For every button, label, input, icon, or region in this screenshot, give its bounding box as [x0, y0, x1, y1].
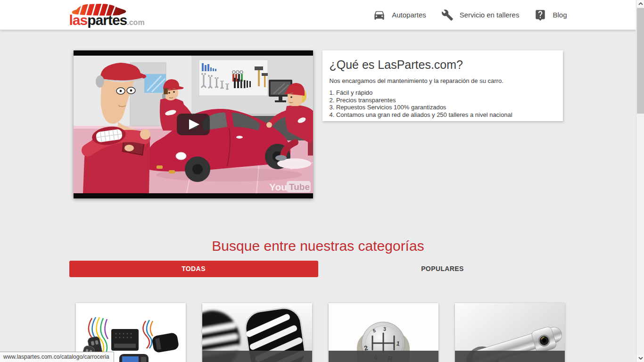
main-nav: Autopartes Servicio en talleres Blog [373, 8, 567, 21]
category-card-door-handle[interactable] [455, 303, 565, 362]
main-content: You Tube ¿Qué es LasPartes.com? Nos enca… [69, 30, 567, 362]
categories-title: Busque entre nuestras categorías [69, 238, 567, 254]
car-icon [373, 8, 386, 21]
about-list-item: 2. Precios transparentes [330, 97, 556, 104]
help-bubble-icon [534, 9, 546, 21]
category-image-door-handle [455, 303, 565, 362]
card-caption-bar [455, 351, 565, 362]
video-scene: You Tube [74, 50, 313, 198]
nav-label: Blog [553, 11, 567, 19]
svg-text:Tube: Tube [289, 182, 310, 192]
nav-label: Autopartes [392, 11, 426, 19]
svg-text:3: 3 [383, 327, 386, 332]
category-cards: 5 3 1 2 4 R [76, 303, 567, 362]
category-card-air-vents[interactable] [202, 303, 312, 362]
chevron-up-icon [638, 2, 643, 5]
wrench-icon [441, 9, 454, 21]
about-title: ¿Qué es LasPartes.com? [330, 58, 556, 72]
site-header: laspartes.com Autopartes Servicio en tal… [0, 0, 636, 30]
nav-servicio-talleres[interactable]: Servicio en talleres [441, 9, 520, 21]
tab-todas[interactable]: TODAS [69, 261, 318, 277]
svg-text:You: You [269, 181, 287, 192]
card-caption-bar [329, 351, 438, 362]
about-list-item: 3. Repuestos Servicios 100% garantizados [330, 104, 556, 111]
logo-text: laspartes.com [69, 13, 145, 27]
play-button[interactable] [177, 114, 210, 135]
category-image-gear-shift-knob: 5 3 1 2 4 R [329, 303, 438, 362]
scroll-up-button[interactable] [636, 0, 644, 7]
scroll-down-button[interactable] [636, 355, 644, 362]
browser-viewport: laspartes.com Autopartes Servicio en tal… [0, 0, 636, 362]
tab-populares[interactable]: POPULARES [318, 261, 567, 277]
scrollbar-thumb[interactable] [637, 8, 644, 114]
category-card-gear-knob[interactable]: 5 3 1 2 4 R [329, 303, 438, 362]
about-card: ¿Qué es LasPartes.com? Nos encargamos de… [322, 50, 563, 121]
about-list-item: 1. Fácil y rápido [330, 89, 556, 97]
status-bar-link-preview: www.laspartes.com.co/catalogo/carroceria [0, 352, 114, 362]
category-image-air-vents [202, 303, 312, 362]
nav-blog[interactable]: Blog [534, 9, 567, 21]
about-list: 1. Fácil y rápido 2. Precios transparent… [330, 89, 556, 118]
categories-tabs: TODAS POPULARES [69, 261, 567, 277]
nav-autopartes[interactable]: Autopartes [373, 8, 426, 21]
vertical-scrollbar[interactable] [636, 0, 644, 362]
cartoon-tool-board [199, 60, 268, 96]
youtube-video-player[interactable]: You Tube [74, 50, 313, 198]
nav-label: Servicio en talleres [460, 11, 520, 19]
about-intro: Nos encargamos del mantenimiento y la re… [330, 77, 556, 84]
youtube-watermark: You Tube [269, 181, 311, 192]
site-logo[interactable]: laspartes.com [69, 1, 152, 29]
card-caption-bar [202, 351, 312, 362]
about-list-item: 4. Contamos una gran red de aliados y 25… [330, 111, 556, 119]
chevron-down-icon [638, 357, 643, 360]
